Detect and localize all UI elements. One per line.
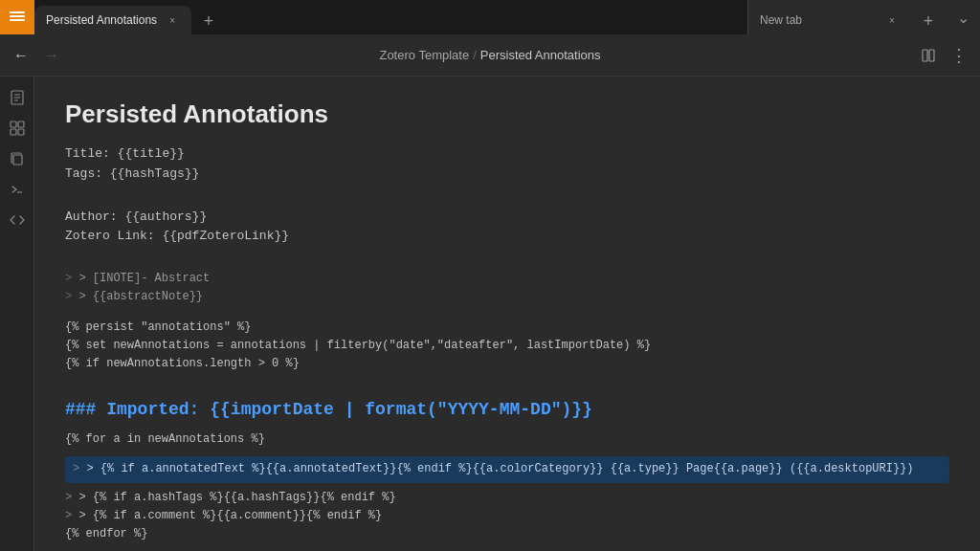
pages-icon[interactable]: [4, 84, 31, 111]
svg-rect-7: [18, 121, 24, 127]
blocks-icon[interactable]: [4, 115, 31, 142]
after-text-2: > {% if a.comment %}{{a.comment}}{% endi…: [78, 509, 382, 522]
hl-text: > {% if a.annotatedText %}{{a.annotatedT…: [86, 462, 913, 475]
tab-close-new[interactable]: ×: [884, 12, 900, 28]
svg-rect-8: [11, 129, 16, 135]
meta-tags-line: Tags: {{hashTags}}: [65, 165, 949, 185]
after-arrow-1: >: [65, 491, 78, 504]
svg-rect-0: [923, 50, 927, 61]
for-loop-line: {% for a in newAnnotations %}: [65, 430, 949, 449]
tab-close-active[interactable]: ×: [165, 12, 180, 28]
tab-title-active: Persisted Annotations: [46, 13, 157, 27]
tab-bar-right: New tab × + ⌄: [747, 0, 980, 34]
main-area: Persisted Annotations Title: {{title}} T…: [0, 77, 980, 551]
copy-icon[interactable]: [4, 145, 31, 172]
endfor-line: {% endfor %}: [65, 525, 949, 543]
content-area[interactable]: Persisted Annotations Title: {{title}} T…: [34, 77, 980, 551]
svg-rect-1: [929, 50, 934, 61]
meta-zotero-line: Zotero Link: {{pdfZoteroLink}}: [65, 227, 949, 247]
back-button[interactable]: ←: [8, 42, 34, 69]
after-line-2: > > {% if a.comment %}{{a.comment}}{% en…: [65, 507, 949, 525]
reader-icon: [921, 48, 936, 63]
svg-rect-9: [18, 129, 24, 135]
breadcrumb-current: Persisted Annotations: [480, 48, 601, 62]
tab-add-right[interactable]: +: [915, 8, 942, 34]
tab-title-new: New tab: [760, 13, 877, 27]
forward-button[interactable]: →: [38, 42, 65, 69]
svg-rect-6: [11, 121, 16, 127]
notes-block: > > [INOTE]- Abstract > > {{abstractNote…: [65, 270, 949, 306]
section-heading: ### Imported: {{importDate | format("YYY…: [65, 400, 949, 419]
tab-bar-left: Persisted Annotations × +: [0, 0, 747, 34]
breadcrumb-separator: /: [473, 48, 477, 62]
after-line-1: > > {% if a.hashTags %}{{a.hashTags}}{% …: [65, 489, 949, 507]
note-line-2: > > {{abstractNote}}: [65, 288, 949, 306]
note-text-2: > {{abstractNote}}: [78, 290, 203, 303]
code-icon[interactable]: [4, 207, 31, 233]
more-icon: ⋮: [950, 47, 968, 64]
highlight-line-1: > > {% if a.annotatedText %}{{a.annotate…: [73, 460, 942, 478]
sidebar: [0, 77, 34, 551]
meta-author-line: Author: {{authors}}: [65, 208, 949, 228]
reader-button[interactable]: [915, 42, 942, 69]
arrow-icon-1: >: [65, 272, 78, 285]
code-line-3: {% if newAnnotations.length > 0 %}: [65, 355, 949, 373]
code-block: {% persist "annotations" %} {% set newAn…: [65, 319, 949, 374]
after-text-1: > {% if a.hashTags %}{{a.hashTags}}{% en…: [78, 491, 395, 504]
tab-persisted-annotations[interactable]: Persisted Annotations ×: [34, 6, 191, 34]
page-title: Persisted Annotations: [65, 99, 949, 129]
after-arrow-2: >: [65, 509, 78, 522]
more-button[interactable]: ⋮: [946, 42, 972, 69]
breadcrumb: Zotero Template / Persisted Annotations: [69, 48, 911, 62]
svg-rect-10: [13, 155, 22, 165]
toolbar: ← → Zotero Template / Persisted Annotati…: [0, 34, 980, 77]
breadcrumb-parent[interactable]: Zotero Template: [379, 48, 469, 62]
tab-add-left[interactable]: +: [195, 8, 222, 34]
after-highlight-block: > > {% if a.hashTags %}{{a.hashTags}}{% …: [65, 489, 949, 544]
meta-block-1: Title: {{title}} Tags: {{hashTags}}: [65, 144, 949, 185]
tab-chevron[interactable]: ⌄: [949, 4, 976, 31]
note-line-1: > > [INOTE]- Abstract: [65, 270, 949, 288]
note-text-1: > [INOTE]- Abstract: [78, 272, 210, 285]
toolbar-right: ⋮: [915, 42, 972, 69]
terminal-icon[interactable]: [4, 176, 31, 203]
meta-title-line: Title: {{title}}: [65, 144, 949, 165]
tab-new[interactable]: New tab ×: [748, 6, 911, 34]
tab-bar: Persisted Annotations × + New tab × + ⌄: [0, 0, 980, 34]
highlight-block: > > {% if a.annotatedText %}{{a.annotate…: [65, 456, 949, 482]
code-line-2: {% set newAnnotations = annotations | fi…: [65, 337, 949, 355]
code-line-1: {% persist "annotations" %}: [65, 319, 949, 337]
arrow-icon-2: >: [65, 290, 78, 303]
meta-block-2: Author: {{authors}} Zotero Link: {{pdfZo…: [65, 208, 949, 248]
hl-arrow: >: [73, 462, 86, 475]
